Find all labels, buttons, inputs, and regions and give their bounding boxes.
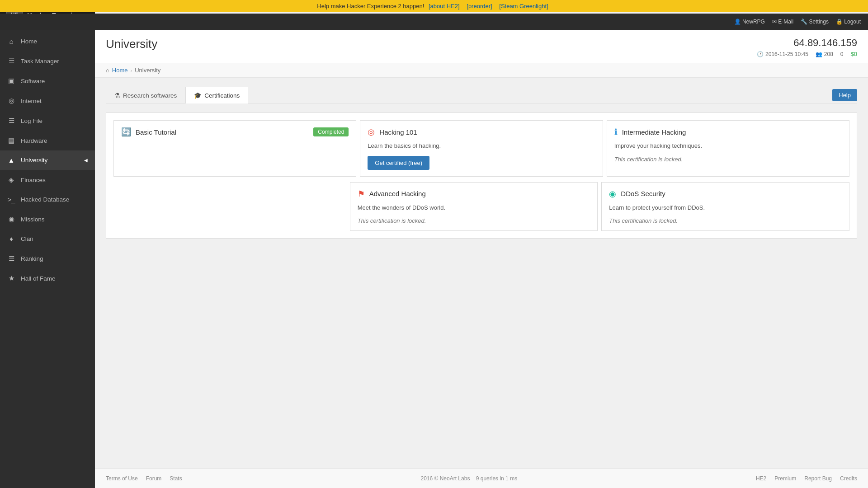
cert-hacking-101-button[interactable]: Get certified (free) bbox=[368, 156, 429, 170]
top-nav-links: 👤 NewRPG ✉ E-Mail 🔧 Settings 🔒 Logout bbox=[734, 19, 861, 25]
breadcrumb-current: University bbox=[135, 67, 160, 74]
header-info: 64.89.146.159 🕐 2016-11-25 10:45 👥 208 0… bbox=[757, 37, 857, 57]
cert-intermediate-hacking-header: ℹ Intermediate Hacking bbox=[614, 127, 842, 137]
cert-hacking-101-title: Hacking 101 bbox=[379, 128, 595, 136]
hacked-db-icon: >_ bbox=[7, 196, 15, 203]
footer-he2[interactable]: HE2 bbox=[756, 475, 766, 482]
sidebar-label-ranking: Ranking bbox=[21, 255, 43, 262]
cert-advanced-hacking-desc: Meet the wonders of DDoS world. bbox=[358, 203, 590, 212]
cert-ddos-security-desc: Learn to protect yourself from DDoS. bbox=[609, 203, 842, 212]
cert-ddos-security: ◉ DDoS Security Learn to protect yoursel… bbox=[601, 182, 849, 231]
footer-queries: 9 queries in 1 ms bbox=[476, 475, 517, 482]
footer-forum[interactable]: Forum bbox=[146, 475, 162, 482]
hardware-icon: ▤ bbox=[7, 136, 15, 145]
top-nav: 👤 NewRPG ✉ E-Mail 🔧 Settings 🔒 Logout bbox=[0, 14, 868, 30]
cert-hacking-101: ◎ Hacking 101 Learn the basics of hackin… bbox=[360, 120, 603, 177]
content-area: ⚗ Research softwares 🎓 Certifications He… bbox=[95, 78, 868, 469]
banner-link-he2[interactable]: [about HE2] bbox=[429, 3, 460, 9]
banner-text: Help make Hacker Experience 2 happen! bbox=[317, 3, 424, 9]
header-credits: 0 bbox=[840, 51, 844, 57]
header-datetime: 🕐 2016-11-25 10:45 bbox=[757, 51, 808, 57]
footer-terms[interactable]: Terms of Use bbox=[106, 475, 138, 482]
cert-basic-tutorial-badge: Completed bbox=[313, 127, 349, 136]
sidebar-item-hall-of-fame[interactable]: ★ Hall of Fame bbox=[0, 268, 95, 288]
sidebar-label-log-file: Log File bbox=[21, 117, 42, 124]
tab-research-softwares[interactable]: ⚗ Research softwares bbox=[106, 87, 185, 103]
sidebar-item-missions[interactable]: ◉ Missions bbox=[0, 209, 95, 229]
footer-report-bug[interactable]: Report Bug bbox=[804, 475, 832, 482]
sidebar-item-software[interactable]: ▣ Software bbox=[0, 71, 95, 91]
footer-credits[interactable]: Credits bbox=[840, 475, 857, 482]
breadcrumb-separator: › bbox=[131, 68, 132, 73]
banner-link-preorder[interactable]: [preorder] bbox=[467, 3, 492, 9]
cert-ddos-security-header: ◉ DDoS Security bbox=[609, 189, 842, 199]
nav-newrpg[interactable]: 👤 NewRPG bbox=[734, 19, 765, 25]
sidebar-item-task-manager[interactable]: ☰ Task Manager bbox=[0, 51, 95, 71]
sidebar-item-hacked-database[interactable]: >_ Hacked Database bbox=[0, 190, 95, 209]
cert-ddos-security-title: DDoS Security bbox=[621, 190, 842, 197]
sidebar-item-ranking[interactable]: ☰ Ranking bbox=[0, 249, 95, 268]
university-arrow: ◀ bbox=[84, 158, 88, 163]
sidebar-label-missions: Missions bbox=[21, 216, 45, 223]
footer-right: HE2 Premium Report Bug Credits bbox=[756, 475, 857, 482]
sidebar-nav: ⌂ Home ☰ Task Manager ▣ Software ◎ Inter… bbox=[0, 30, 95, 488]
nav-email[interactable]: ✉ E-Mail bbox=[772, 19, 793, 25]
sidebar-label-finances: Finances bbox=[21, 177, 46, 183]
tabs-container: ⚗ Research softwares 🎓 Certifications He… bbox=[106, 87, 857, 103]
sidebar-label-internet: Internet bbox=[21, 98, 42, 104]
missions-icon: ◉ bbox=[7, 215, 15, 223]
cert-basic-tutorial: 🔄 Basic Tutorial Completed bbox=[113, 120, 356, 177]
cert-intermediate-hacking-title: Intermediate Hacking bbox=[622, 128, 842, 136]
cert-advanced-hacking-header: ⚑ Advanced Hacking bbox=[358, 189, 590, 199]
breadcrumb: ⌂ Home › University bbox=[95, 63, 868, 78]
cert-hacking-101-header: ◎ Hacking 101 bbox=[368, 127, 595, 137]
sidebar-item-log-file[interactable]: ☰ Log File bbox=[0, 111, 95, 131]
cert-basic-tutorial-header: 🔄 Basic Tutorial Completed bbox=[121, 127, 349, 137]
sidebar-label-hall-of-fame: Hall of Fame bbox=[21, 275, 56, 282]
sidebar: HE Hacker Experience ⌂ Home ☰ Task Manag… bbox=[0, 0, 95, 488]
sidebar-item-home[interactable]: ⌂ Home bbox=[0, 32, 95, 51]
ranking-icon: ☰ bbox=[7, 254, 15, 263]
certs-row-1: 🔄 Basic Tutorial Completed ◎ Hacking 101… bbox=[113, 120, 849, 177]
breadcrumb-home-link[interactable]: Home bbox=[112, 67, 128, 74]
top-banner: Help make Hacker Experience 2 happen! [a… bbox=[0, 0, 868, 12]
sidebar-label-clan: Clan bbox=[21, 235, 33, 242]
footer: Terms of Use Forum Stats 2016 © NeoArt L… bbox=[95, 469, 868, 488]
hacking-101-icon: ◎ bbox=[368, 127, 375, 137]
footer-premium[interactable]: Premium bbox=[774, 475, 796, 482]
footer-center: 2016 © NeoArt Labs 9 queries in 1 ms bbox=[182, 475, 756, 482]
sidebar-item-finances[interactable]: ◈ Finances bbox=[0, 170, 95, 190]
cert-hacking-101-desc: Learn the basics of hacking. bbox=[368, 141, 595, 150]
home-icon: ⌂ bbox=[7, 38, 15, 45]
cert-basic-tutorial-title: Basic Tutorial bbox=[136, 128, 309, 136]
sidebar-item-clan[interactable]: ♦ Clan bbox=[0, 229, 95, 249]
nav-settings[interactable]: 🔧 Settings bbox=[801, 19, 829, 25]
banner-link-greenlight[interactable]: [Steam Greenlight] bbox=[499, 3, 548, 9]
clan-icon: ♦ bbox=[7, 235, 15, 243]
nav-logout[interactable]: 🔒 Logout bbox=[836, 19, 861, 25]
page-title: University bbox=[106, 37, 157, 51]
sidebar-item-hardware[interactable]: ▤ Hardware bbox=[0, 131, 95, 150]
cert-advanced-hacking: ⚑ Advanced Hacking Meet the wonders of D… bbox=[350, 182, 598, 231]
tab-certifications[interactable]: 🎓 Certifications bbox=[185, 87, 248, 103]
sidebar-label-software: Software bbox=[21, 78, 45, 84]
cert-intermediate-hacking: ℹ Intermediate Hacking Improve your hack… bbox=[607, 120, 849, 177]
university-icon: ▲ bbox=[7, 156, 15, 164]
breadcrumb-home-icon: ⌂ bbox=[106, 67, 109, 74]
page-header: University 64.89.146.159 🕐 2016-11-25 10… bbox=[95, 30, 868, 63]
header-ip: 64.89.146.159 bbox=[757, 37, 857, 49]
footer-stats[interactable]: Stats bbox=[170, 475, 182, 482]
advanced-hacking-icon: ⚑ bbox=[358, 189, 365, 199]
research-icon: ⚗ bbox=[114, 92, 120, 99]
cert-empty-slot bbox=[113, 182, 346, 231]
task-manager-icon: ☰ bbox=[7, 57, 15, 65]
ddos-security-icon: ◉ bbox=[609, 189, 616, 199]
help-button[interactable]: Help bbox=[832, 89, 857, 101]
sidebar-item-internet[interactable]: ◎ Internet bbox=[0, 91, 95, 111]
cert-advanced-hacking-title: Advanced Hacking bbox=[369, 190, 590, 197]
certifications-icon: 🎓 bbox=[194, 92, 202, 99]
log-file-icon: ☰ bbox=[7, 117, 15, 125]
sidebar-label-task-manager: Task Manager bbox=[21, 58, 59, 65]
cert-advanced-hacking-locked: This certification is locked. bbox=[358, 217, 590, 224]
sidebar-item-university[interactable]: ▲ University ◀ bbox=[0, 150, 95, 170]
